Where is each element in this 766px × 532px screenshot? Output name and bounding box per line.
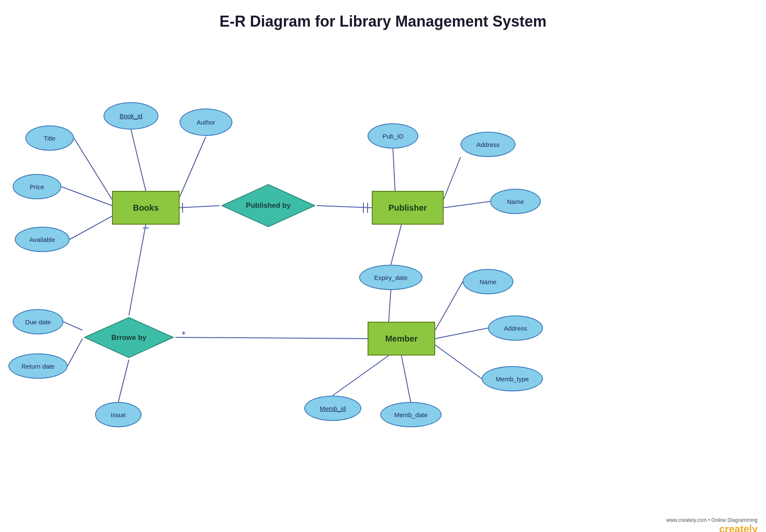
attribute-return-date: Return date	[8, 353, 68, 379]
attribute-name-publisher: Name	[490, 189, 541, 214]
attribute-memb-id: Memb_id	[304, 396, 361, 421]
svg-line-1	[74, 138, 112, 199]
relationship-published-by: Published by	[220, 182, 317, 229]
svg-line-16	[435, 328, 488, 339]
attribute-issue: Issue	[95, 402, 142, 427]
attribute-title: Title	[25, 125, 74, 151]
attribute-due-date: Due date	[13, 309, 63, 334]
page-title: E-R Diagram for Library Management Syste…	[0, 0, 766, 35]
svg-line-6	[317, 206, 372, 208]
svg-line-11	[444, 157, 461, 199]
svg-line-22	[175, 337, 368, 339]
attribute-book-id: Book_id	[104, 102, 158, 130]
svg-text:+: +	[182, 329, 185, 337]
svg-line-12	[444, 201, 490, 208]
entity-publisher: Publisher	[372, 191, 444, 225]
attribute-available: Available	[15, 227, 70, 252]
svg-line-14	[389, 290, 391, 322]
svg-line-13	[391, 225, 401, 265]
svg-line-24	[63, 322, 82, 330]
svg-line-4	[70, 216, 112, 239]
attribute-address-publisher: Address	[461, 132, 515, 157]
entity-books: Books	[112, 191, 180, 225]
svg-line-25	[68, 339, 82, 366]
attribute-expiry-date: Expiry_date	[359, 265, 423, 290]
svg-line-26	[118, 360, 129, 402]
svg-line-20	[129, 225, 146, 315]
entity-member: Member	[368, 322, 435, 356]
svg-line-0	[131, 130, 146, 191]
attribute-memb-date: Memb_date	[380, 402, 442, 427]
svg-line-19	[401, 356, 411, 402]
diagram-container: + Books Publisher Member Published by Br…	[0, 35, 766, 532]
svg-line-17	[435, 345, 482, 379]
attribute-memb-type: Memb_type	[482, 366, 543, 391]
attribute-address-member: Address	[488, 315, 543, 341]
svg-line-3	[61, 187, 112, 206]
watermark: www.creately.com • Online Diagramming cr…	[666, 517, 758, 532]
svg-line-10	[393, 149, 395, 191]
attribute-pub-id: Pub_ID	[368, 123, 418, 149]
attribute-name-member: Name	[463, 269, 513, 294]
attribute-author: Author	[180, 109, 232, 136]
svg-line-15	[435, 282, 463, 330]
svg-line-2	[180, 137, 206, 197]
svg-line-18	[333, 356, 389, 396]
attribute-price: Price	[13, 174, 61, 199]
relationship-browse-by: Brrowe by	[82, 315, 175, 360]
svg-line-5	[180, 206, 220, 208]
